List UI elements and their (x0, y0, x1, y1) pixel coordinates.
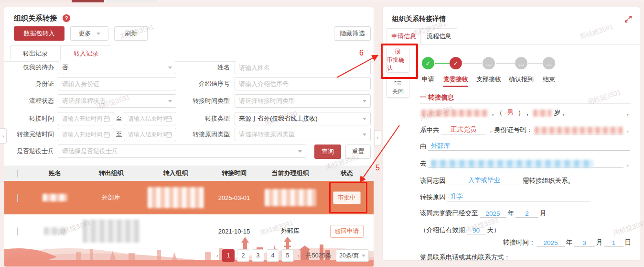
next-page-button[interactable]: › (296, 252, 301, 259)
cell-out-org: 外部库 (79, 193, 143, 202)
form-line-reason: 该同志因 入学或毕业 需转接组织关系。 (420, 176, 631, 185)
form-line-membership: 系中共 正式党员 ，身份证号码： ， (420, 125, 631, 134)
chevron-down-icon (363, 118, 366, 120)
redacted-to-org (428, 158, 623, 168)
chevron-down-icon (363, 100, 366, 102)
tab-transfer-in[interactable]: 转入记录 (61, 45, 111, 62)
step-label-end: 结束 (543, 75, 555, 84)
reason-type-placeholder: 请选择转接原因类型 (239, 130, 360, 139)
col-time: 转接时间 (208, 169, 260, 178)
pagination: ‹ 1 2 3 4 5 › 共5025条 20条/页 (215, 249, 369, 262)
panel-collapse-handle[interactable]: › (374, 130, 381, 145)
id-label: ，身份证号码： (488, 126, 533, 134)
row-checkbox[interactable] (17, 194, 18, 202)
page-5-button[interactable]: 5 (281, 249, 294, 262)
veteran-placeholder: 请选择是否退役士兵 (62, 147, 295, 156)
help-icon[interactable]: ? (63, 14, 70, 22)
left-collapse-handle[interactable]: › (0, 128, 7, 144)
letter-prefix: （介绍信有效期 (420, 226, 465, 234)
redacted-age (532, 108, 553, 117)
table-row[interactable]: 外部库 2025-03-01 审批中 (4, 181, 374, 214)
status-placeholder: 请选择流程状态 (62, 97, 165, 105)
fee-month-value: 2 (515, 208, 538, 218)
top-tab-strip (0, 0, 72, 2)
top-tab-light (104, 0, 158, 2)
hide-filter-button[interactable]: 隐藏筛选 (334, 26, 371, 41)
data-package-import-button[interactable]: 数据包转入 (14, 26, 64, 41)
transfer-detail-panel: 组织关系转接详情 申请信息 流程信息 审批确认 关闭 ✓ ✓ … … … 申请 … (382, 7, 640, 261)
member-type-value: 正式党员 (441, 125, 486, 134)
page-1-button[interactable]: 1 (222, 249, 235, 262)
veteran-select[interactable]: 请选择是否退役士兵 (58, 145, 306, 158)
reason-value: 入学或毕业 (447, 176, 521, 185)
section-title: 一 转接信息 (420, 93, 454, 102)
table-header: 姓名 转出组织 转入组织 转接时间 当前办理组织 状态 (4, 166, 374, 181)
form-line-contact: 党员联系电话或其他联系方式： (420, 253, 631, 261)
tab-flow-info[interactable]: 流程信息 (421, 28, 457, 44)
transfer-time-start-input[interactable] (62, 115, 104, 122)
only-todo-select[interactable]: 否 (58, 61, 176, 74)
refresh-button[interactable]: 刷新 (114, 26, 148, 41)
expand-icon[interactable] (624, 15, 633, 23)
from-org-value: 外部库 (428, 141, 630, 151)
filter-label-only-todo: 仅我的待办 (4, 61, 54, 74)
finish-time-end[interactable] (124, 128, 176, 141)
close-button[interactable]: 关闭 (386, 75, 409, 98)
punct: ， (625, 126, 632, 134)
letter-no-input[interactable] (239, 80, 366, 88)
filter-label-letter-no: 介绍信序号 (177, 77, 230, 90)
contact-label: 党员联系电话或其他联系方式： (420, 253, 510, 261)
to-label: 至 (116, 128, 122, 141)
select-all-checkbox[interactable] (17, 169, 18, 178)
page-size-select[interactable]: 20条/页 (336, 249, 369, 262)
page-3-button[interactable]: 3 (252, 249, 264, 262)
chevron-down-icon (168, 67, 172, 69)
transfer-list-panel: 组织关系转接 ? 数据包转入 更多 刷新 隐藏筛选 转出记录 转入记录 仅我的待… (4, 7, 374, 267)
finish-time-start-input[interactable] (62, 131, 104, 138)
tab-apply-info[interactable]: 申请信息 (386, 28, 421, 44)
transfer-time-start[interactable] (58, 112, 114, 125)
page-4-button[interactable]: 4 (267, 249, 279, 262)
approve-document-icon (393, 48, 403, 55)
step-connector (496, 63, 515, 64)
top-tab-dark (72, 0, 104, 2)
name-field[interactable] (235, 61, 371, 74)
letter-no-field[interactable] (235, 77, 371, 90)
idcard-field[interactable] (58, 77, 176, 90)
redacted-id-number (534, 125, 623, 134)
chevron-down-icon (362, 255, 365, 257)
time-type-select[interactable]: 请选择转接时间类型 (235, 94, 371, 108)
approve-confirm-button[interactable]: 审批确认 (386, 48, 409, 73)
idcard-input[interactable] (62, 80, 172, 88)
transfer-type-select[interactable]: 来源于省外(仅我省线上接收) (235, 112, 371, 125)
reason-prefix: 该同志因 (420, 177, 446, 185)
page-size-value: 20条/页 (339, 252, 359, 260)
chevron-down-icon (97, 33, 100, 35)
more-button[interactable]: 更多 (70, 26, 108, 41)
time-type-placeholder: 请选择转接时间类型 (239, 97, 360, 105)
search-button[interactable]: 查询 (314, 145, 341, 159)
transfer-time-end[interactable] (124, 112, 176, 125)
finish-time-start[interactable] (58, 128, 114, 141)
status-badge[interactable]: 审批中 (333, 191, 361, 204)
name-input[interactable] (239, 64, 366, 71)
chevron-down-icon (298, 150, 302, 153)
process-status-select[interactable]: 请选择流程状态 (58, 94, 176, 108)
step-icon-done: ✓ (422, 57, 434, 69)
filter-label-veteran: 是否退役士兵 (4, 145, 54, 158)
step-connector (435, 63, 450, 64)
tab-transfer-out[interactable]: 转出记录 (10, 45, 61, 62)
reset-button[interactable]: 重置 (345, 145, 371, 159)
step-icon-current: ✓ (450, 57, 462, 69)
unit-year: 年 (566, 238, 573, 247)
transfer-type-value: 来源于省外(仅我省线上接收) (239, 114, 360, 123)
filter-label-transfer-type: 转接类型 (177, 112, 230, 125)
finish-time-end-input[interactable] (128, 131, 166, 138)
fee-year-value: 2025 (480, 208, 506, 218)
redacted-current-org (265, 189, 316, 206)
prev-page-button[interactable]: ‹ (215, 252, 220, 259)
page-2-button[interactable]: 2 (237, 249, 249, 262)
transfer-year-value: 2025 (537, 237, 565, 247)
reason-type-select[interactable]: 请选择转接原因类型 (235, 128, 371, 141)
transfer-time-end-input[interactable] (128, 115, 166, 122)
